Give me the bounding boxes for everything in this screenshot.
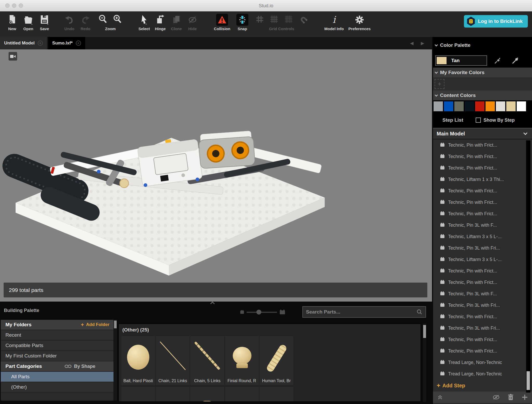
redo-icon (81, 13, 90, 27)
search-parts-input[interactable] (306, 309, 417, 315)
part-tile[interactable] (156, 387, 190, 402)
panel-resize-handle-icon[interactable] (210, 302, 215, 306)
tab-sumo-lxf[interactable]: Sumo.lxf* ✕ (48, 37, 85, 49)
color-palette-header[interactable]: Color Palette (433, 37, 532, 54)
new-button[interactable]: New (4, 13, 20, 31)
part-tile[interactable] (190, 387, 224, 402)
toggle-visibility-button[interactable] (493, 394, 500, 400)
part-tile-human-tool[interactable]: Human Tool, Br (260, 336, 293, 385)
login-bricklink-button[interactable]: Log in to BrickLink (464, 15, 528, 28)
eyedropper-icon[interactable] (511, 57, 519, 64)
snap-toggle[interactable]: Snap (233, 13, 251, 31)
part-tile-chain-5[interactable]: Chain, 5 Links (190, 336, 224, 385)
my-folders-header[interactable]: My Folders + Add Folder (1, 320, 114, 330)
part-list-item[interactable]: Technic, Pin with Frict... (433, 277, 532, 288)
part-size-slider[interactable] (240, 308, 290, 316)
part-list-item[interactable]: Technic, Pin 3L with F... (433, 219, 532, 231)
part-list-item[interactable]: Technic, Pin with Frict... (433, 151, 532, 162)
part-tile-chain-21[interactable]: Chain, 21 Links (156, 336, 190, 385)
hinge-button[interactable]: Hinge (152, 13, 168, 31)
add-item-button[interactable] (522, 394, 528, 400)
color-swatch[interactable] (496, 101, 505, 111)
part-list-item[interactable]: Technic, Pin 3L with Fri... (433, 242, 532, 254)
part-list-item[interactable]: Technic, Pin with Frict... (433, 139, 532, 151)
color-swatch[interactable] (486, 101, 495, 111)
part-list-item[interactable]: Technic, Liftarm 1 x 3 Thi... (433, 174, 532, 185)
favorite-colors-header[interactable]: My Favorite Colors (433, 68, 532, 77)
select-button[interactable]: Select (136, 13, 152, 31)
add-favorite-color-button[interactable]: + (435, 79, 444, 89)
add-folder-button[interactable]: + Add Folder (81, 322, 109, 328)
collapse-all-button[interactable] (437, 395, 443, 400)
folder-item-custom-folder[interactable]: My First Custom Folder (1, 351, 114, 361)
add-step-button[interactable]: + Add Step (433, 380, 532, 392)
collision-toggle[interactable]: Collision (211, 13, 233, 31)
scrollbar-thumb[interactable] (423, 325, 426, 338)
color-swatch[interactable] (506, 101, 516, 111)
document-tabbar: Untitled Model ✕ Sumo.lxf* ✕ ◀ ▶ (0, 37, 432, 49)
folder-item-compatible-parts[interactable]: Compatible Parts (1, 341, 114, 351)
tab-untitled-model[interactable]: Untitled Model ✕ (0, 37, 47, 49)
slider-thumb[interactable] (256, 310, 261, 315)
by-shape-toggle[interactable]: By Shape (64, 364, 95, 369)
color-swatch[interactable] (444, 101, 453, 111)
current-color-selector[interactable]: Tan (435, 55, 487, 66)
color-swatch[interactable] (465, 101, 474, 111)
part-list-item[interactable]: Technic, Pin with Frict... (433, 208, 532, 219)
part-tile-finial[interactable]: Finial Round, R (225, 336, 259, 385)
part-tile-ball[interactable]: Ball, Hard Plasti (121, 336, 155, 385)
color-swatch[interactable] (434, 101, 443, 111)
part-list-item[interactable]: Technic, Pin with Frict... (433, 311, 532, 322)
zoom-out-button[interactable] (98, 14, 108, 25)
preferences-button[interactable]: Preferences (346, 13, 373, 31)
model-selector-dropdown[interactable]: Main Model (433, 128, 532, 139)
part-list-item[interactable]: Technic, Pin 3L with F... (433, 288, 532, 299)
close-tab-icon[interactable]: ✕ (38, 41, 43, 46)
content-colors-header[interactable]: Content Colors (433, 90, 532, 100)
part-list-item[interactable]: Technic, Pin 3L with Fri... (433, 299, 532, 311)
brick-icon (440, 292, 444, 295)
slider-track[interactable] (247, 312, 277, 313)
show-by-step-checkbox[interactable] (476, 118, 481, 123)
part-list-item[interactable]: Technic, Pin with Frict... (433, 345, 532, 357)
part-list-item[interactable]: Technic, Pin with Frict... (433, 185, 532, 197)
part-list-item[interactable]: Technic, Pin with Frict... (433, 334, 532, 345)
part-list-item[interactable]: Technic, Pin with Frict... (433, 265, 532, 277)
category-all-parts[interactable]: All Parts (1, 372, 114, 382)
delete-step-button[interactable] (508, 394, 514, 401)
close-tab-icon[interactable]: ✕ (76, 41, 81, 46)
part-categories-header[interactable]: Part Categories By Shape (1, 361, 114, 372)
part-list-item[interactable]: Technic, Pin with Frict... (433, 197, 532, 208)
brick-icon (440, 144, 444, 147)
part-tile[interactable] (121, 387, 155, 402)
next-tab-arrow-icon[interactable]: ▶ (421, 41, 424, 46)
part-list-item[interactable]: Technic, Liftarm 3 x 5 L-... (433, 231, 532, 242)
part-list-item[interactable]: Tread Large, Non-Technic (433, 357, 532, 368)
part-tile[interactable] (225, 387, 259, 402)
parts-grid-scrollbar[interactable] (423, 323, 426, 402)
chevron-down-icon (435, 93, 438, 97)
camera-view-button[interactable] (9, 52, 17, 61)
scrollbar-thumb[interactable] (114, 321, 117, 328)
color-swatch[interactable] (517, 101, 526, 111)
zoom-in-button[interactable] (113, 14, 123, 25)
paint-brush-icon[interactable] (494, 57, 501, 64)
part-list-scrollbar[interactable] (526, 140, 530, 393)
part-list-item[interactable]: Technic, Pin with Frict... (433, 162, 532, 174)
open-folder-icon (23, 13, 34, 27)
folder-item-recent[interactable]: Recent (1, 330, 114, 341)
part-list-item[interactable]: Technic, Pin 3L with Fri... (433, 322, 532, 334)
previous-tab-arrow-icon[interactable]: ◀ (410, 41, 414, 46)
color-swatch[interactable] (454, 101, 464, 111)
part-tile[interactable] (260, 387, 293, 402)
part-list-item[interactable]: Tread Large, Non-Technic (433, 368, 532, 380)
color-swatch[interactable] (475, 101, 484, 111)
open-button[interactable]: Open (20, 13, 36, 31)
save-button[interactable]: Save (36, 13, 52, 31)
scrollbar-thumb[interactable] (527, 371, 530, 390)
folder-list-scrollbar[interactable] (114, 320, 117, 401)
part-list-item[interactable]: Technic, Liftarm 3 x 5 L-... (433, 254, 532, 265)
category-other[interactable]: (Other) (1, 382, 114, 393)
3d-viewport[interactable]: 299 total parts (0, 49, 432, 302)
model-info-button[interactable]: i Model Info (322, 13, 346, 31)
